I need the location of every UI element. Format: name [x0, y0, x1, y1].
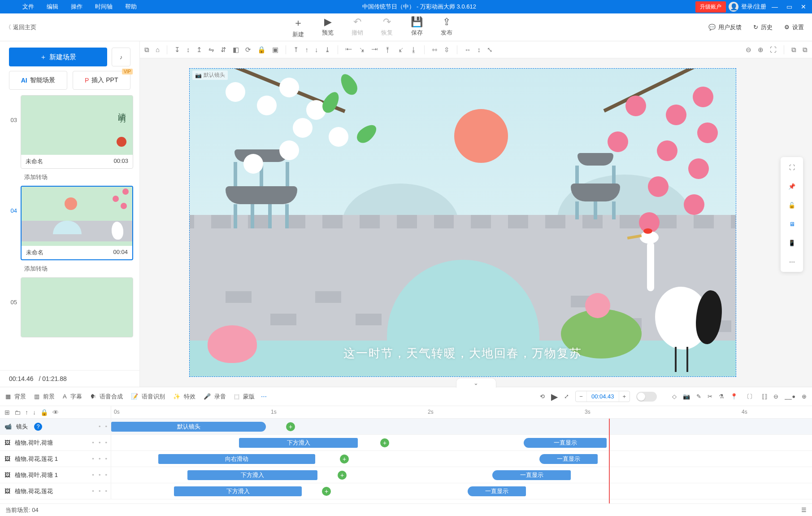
ai-scene-button[interactable]: AI 智能场景: [9, 71, 67, 90]
zoom-fit-icon[interactable]: ⛶: [770, 46, 777, 53]
track-dot[interactable]: •: [99, 472, 101, 478]
canvas-stage[interactable]: 📷 默认镜头 这一时节，天气转暖，大地回春，万物复苏: [189, 68, 736, 377]
clip-一直显示[interactable]: 一直显示: [524, 438, 607, 448]
flip-h-icon[interactable]: ⇋: [208, 46, 214, 54]
layer-bottom-icon[interactable]: ⤓: [325, 46, 330, 54]
align-vmid-icon[interactable]: ⭹: [397, 46, 404, 53]
mirror-icon[interactable]: ◧: [233, 46, 239, 54]
clip-下方滑入[interactable]: 下方滑入: [239, 438, 358, 448]
more-view-icon[interactable]: ⋯: [785, 255, 799, 268]
track-dot[interactable]: •: [105, 488, 107, 494]
align-right-icon[interactable]: ⭲: [371, 46, 378, 53]
scene-item-03[interactable]: 03未命名00:03: [6, 95, 133, 169]
desktop-view-icon[interactable]: 🖥: [785, 217, 799, 231]
align-vtop-icon[interactable]: ⭱: [384, 46, 391, 53]
match-height-icon[interactable]: ↕: [478, 46, 481, 53]
unlock-icon[interactable]: 🔓: [785, 198, 799, 212]
clip-向右滑动[interactable]: 向右滑动: [158, 454, 315, 464]
align-left-icon[interactable]: ⭰: [345, 46, 352, 53]
copy-icon[interactable]: ⧉: [791, 46, 796, 54]
keyframe-icon[interactable]: ◇: [672, 393, 677, 400]
clip-下方滑入[interactable]: 下方滑入: [174, 486, 302, 496]
rewind-icon[interactable]: ⟲: [540, 393, 545, 400]
track-dot[interactable]: •: [105, 439, 107, 446]
playhead[interactable]: [609, 419, 610, 503]
add-transition[interactable]: 添加转场: [24, 173, 133, 181]
add-keyframe-button[interactable]: +: [380, 438, 389, 447]
toolbar-设置[interactable]: ⚙设置: [784, 23, 804, 31]
upgrade-button[interactable]: 升级账户: [695, 1, 726, 13]
fullscreen-icon[interactable]: ⛶: [785, 161, 799, 174]
timeline-more-icon[interactable]: ⋯: [261, 393, 267, 400]
tl-up-icon[interactable]: ↑: [25, 409, 28, 416]
tl-tool-背景[interactable]: ▦背景: [5, 393, 26, 401]
zoom-slider[interactable]: ⎯⎯●: [785, 393, 795, 400]
collapse-canvas-button[interactable]: ⌄: [456, 378, 496, 388]
tl-tool-语音识别[interactable]: 📝语音识别: [131, 393, 165, 401]
tl-tool-前景[interactable]: ▥前景: [34, 393, 55, 401]
clip-一直显示[interactable]: 一直显示: [492, 470, 571, 480]
track-dot[interactable]: •: [92, 488, 94, 494]
login-link[interactable]: 登录/注册: [741, 3, 766, 11]
edit-icon[interactable]: ✎: [696, 393, 701, 400]
back-home-button[interactable]: 〈 返回主页: [5, 23, 36, 31]
zoom-out-timeline-icon[interactable]: ⊖: [773, 393, 778, 400]
rotate-icon[interactable]: ⟳: [245, 46, 251, 54]
toolbar-新建[interactable]: ＋新建: [292, 16, 304, 39]
track-dot[interactable]: •: [105, 423, 107, 430]
add-keyframe-button[interactable]: +: [322, 487, 331, 496]
track-dot[interactable]: •: [99, 439, 101, 446]
play-icon[interactable]: ▶: [551, 391, 558, 402]
align-middle-icon[interactable]: ↕: [187, 46, 190, 53]
tl-tool-录音[interactable]: 🎤录音: [204, 393, 226, 401]
trim-icon[interactable]: ⟦⟧: [762, 393, 767, 400]
help-icon[interactable]: ?: [34, 423, 42, 431]
track-dot[interactable]: •: [99, 423, 101, 430]
clip-下方滑入[interactable]: 下方滑入: [187, 470, 317, 480]
scene-item-04[interactable]: 04未命名00:04: [6, 186, 133, 260]
add-keyframe-button[interactable]: +: [338, 471, 347, 480]
tl-tool-语音合成[interactable]: 🗣语音合成: [90, 393, 123, 401]
clip-一直显示[interactable]: 一直显示: [539, 454, 598, 464]
flip-v-icon[interactable]: ⇵: [221, 46, 226, 54]
align-center-icon[interactable]: ⭸: [358, 46, 365, 53]
maximize-button[interactable]: ▭: [783, 3, 795, 10]
status-list-icon[interactable]: ☰: [801, 507, 807, 513]
time-plus-button[interactable]: +: [619, 391, 630, 402]
track-dot[interactable]: •: [92, 455, 94, 462]
zoom-in-timeline-icon[interactable]: ⊕: [802, 393, 807, 400]
menu-操作[interactable]: 操作: [65, 0, 89, 13]
expand-icon[interactable]: ⤢: [564, 393, 569, 400]
track-dot[interactable]: •: [92, 439, 94, 446]
camera-tool-icon[interactable]: ⧉: [144, 46, 149, 54]
zoom-out-icon[interactable]: ⊖: [746, 46, 751, 54]
filter-icon[interactable]: ⚗: [719, 393, 724, 400]
match-size-icon[interactable]: ⤡: [487, 46, 493, 54]
pin-icon[interactable]: 📌: [785, 179, 799, 193]
track-dot[interactable]: •: [99, 488, 101, 494]
align-bottom-icon[interactable]: ↥: [196, 46, 202, 54]
toolbar-预览[interactable]: ▶预览: [322, 16, 334, 39]
tl-tool-蒙版[interactable]: ⬚蒙版: [234, 393, 255, 401]
align-vbot-icon[interactable]: ⭳: [410, 46, 417, 53]
capture-icon[interactable]: 📷: [683, 393, 690, 400]
add-keyframe-button[interactable]: +: [340, 455, 349, 464]
group-icon[interactable]: ▣: [272, 46, 278, 54]
minimize-button[interactable]: —: [769, 3, 781, 10]
close-button[interactable]: ✕: [798, 3, 809, 10]
align-top-icon[interactable]: ↧: [174, 46, 180, 54]
layer-down-icon[interactable]: ↓: [315, 46, 318, 53]
tl-eye-icon[interactable]: 👁: [52, 409, 59, 416]
tl-add-icon[interactable]: ⊞: [4, 409, 10, 416]
insert-ppt-button[interactable]: P 插入 PPT VIP: [73, 71, 131, 90]
distribute-h-icon[interactable]: ⇿: [432, 46, 438, 54]
tl-tool-字幕[interactable]: A字幕: [63, 393, 82, 401]
time-minus-button[interactable]: −: [576, 391, 587, 402]
layer-up-icon[interactable]: ↑: [305, 46, 309, 53]
layer-top-icon[interactable]: ⤒: [293, 46, 299, 54]
paste-icon[interactable]: ⧉: [803, 46, 808, 54]
menu-时间轴[interactable]: 时间轴: [89, 0, 119, 13]
toolbar-发布[interactable]: ⇪发布: [441, 16, 452, 39]
scene-music-button[interactable]: ♪: [112, 48, 130, 66]
match-width-icon[interactable]: ↔: [465, 46, 471, 53]
